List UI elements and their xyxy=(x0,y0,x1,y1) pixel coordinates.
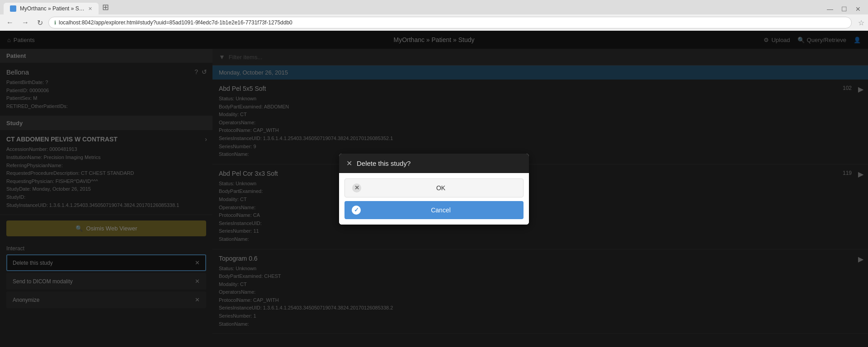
window-controls: — ☐ ✕ xyxy=(823,4,864,14)
new-tab-btn[interactable]: ⊞ xyxy=(99,0,113,14)
dialog-overlay: ✕ Delete this study? ✕ OK ✓ Cancel xyxy=(0,31,868,347)
dialog-title: Delete this study? xyxy=(357,159,410,167)
address-bar[interactable]: ℹ localhost:8042/app/explorer.html#study… xyxy=(48,17,852,28)
window-close-btn[interactable]: ✕ xyxy=(852,4,864,14)
browser-toolbar: ← → ↻ ℹ localhost:8042/app/explorer.html… xyxy=(0,14,868,31)
browser-chrome: MyOrthanc » Patient » S… ✕ ⊞ — ☐ ✕ ← → ↻… xyxy=(0,0,868,31)
dialog-cancel-label: Cancel xyxy=(365,206,516,214)
window-minimize-btn[interactable]: — xyxy=(823,4,837,14)
cancel-icon: ✓ xyxy=(352,206,361,215)
tab-label: MyOrthanc » Patient » S… xyxy=(20,5,85,12)
tab-bar: MyOrthanc » Patient » S… ✕ ⊞ — ☐ ✕ xyxy=(0,0,868,14)
ok-icon: ✕ xyxy=(352,183,361,192)
dialog-body: ✕ OK ✓ Cancel xyxy=(339,173,529,225)
dialog-ok-btn[interactable]: ✕ OK xyxy=(344,178,524,197)
address-security-icon: ℹ xyxy=(54,20,56,26)
tab-favicon xyxy=(10,5,16,12)
dialog-ok-label: OK xyxy=(366,184,516,192)
active-tab: MyOrthanc » Patient » S… ✕ xyxy=(4,3,99,14)
bookmark-btn[interactable]: ☆ xyxy=(858,19,864,27)
delete-study-dialog: ✕ Delete this study? ✕ OK ✓ Cancel xyxy=(339,154,529,225)
back-btn[interactable]: ← xyxy=(4,17,16,28)
forward-btn[interactable]: → xyxy=(19,17,32,28)
refresh-btn[interactable]: ↻ xyxy=(34,17,46,29)
dialog-header: ✕ Delete this study? xyxy=(339,154,529,173)
tab-close-btn[interactable]: ✕ xyxy=(88,6,92,12)
window-restore-btn[interactable]: ☐ xyxy=(838,4,851,14)
dialog-header-icon: ✕ xyxy=(346,159,352,168)
address-url: localhost:8042/app/explorer.html#study?u… xyxy=(59,19,292,26)
dialog-cancel-btn[interactable]: ✓ Cancel xyxy=(344,201,524,219)
